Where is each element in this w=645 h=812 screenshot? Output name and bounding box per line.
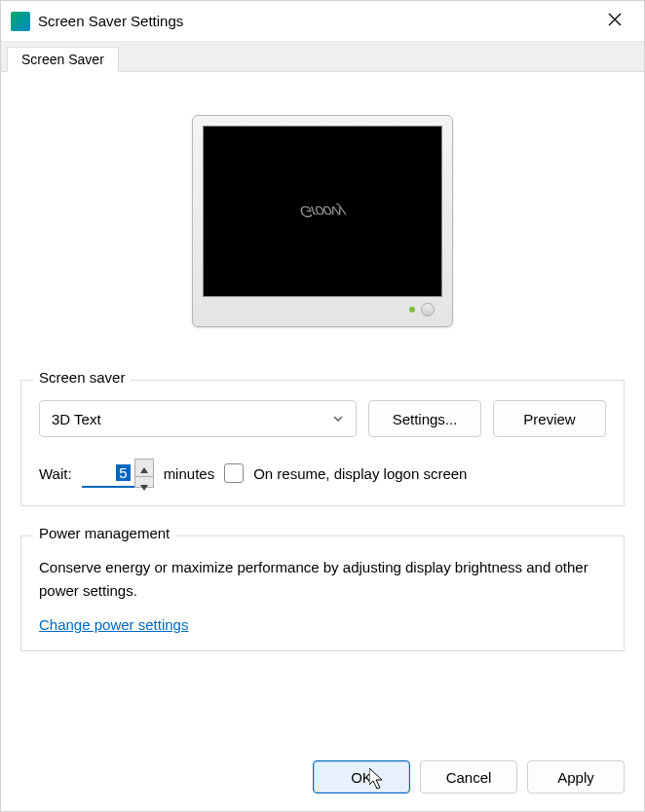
wait-unit: minutes <box>164 465 215 482</box>
spinner-down-button[interactable] <box>135 477 153 494</box>
caret-up-icon <box>140 460 148 476</box>
app-icon <box>11 12 30 31</box>
window-title: Screen Saver Settings <box>38 13 593 29</box>
change-power-settings-link[interactable]: Change power settings <box>39 616 188 633</box>
close-button[interactable] <box>593 6 636 37</box>
wait-value-display[interactable]: 5 <box>82 459 134 488</box>
preview-text: Groovy <box>299 203 346 220</box>
monitor-base <box>203 297 442 322</box>
screensaver-legend: Screen saver <box>33 369 131 386</box>
ok-button[interactable]: OK <box>313 760 410 794</box>
svg-marker-2 <box>140 467 148 473</box>
svg-marker-3 <box>140 485 148 491</box>
power-description: Conserve energy or maximize performance … <box>39 556 606 603</box>
resume-checkbox[interactable] <box>224 463 244 483</box>
caret-down-icon <box>140 477 148 494</box>
screensaver-group: Screen saver 3D Text Settings... Preview… <box>20 380 625 506</box>
screen-saver-settings-window: Screen Saver Settings Screen Saver Groov… <box>0 0 645 812</box>
wait-spinner[interactable]: 5 <box>82 459 154 488</box>
tab-content: Groovy Screen saver 3D Text Settings... … <box>1 72 644 745</box>
wait-label: Wait: <box>39 465 72 482</box>
preview-button[interactable]: Preview <box>493 400 606 437</box>
titlebar: Screen Saver Settings <box>1 1 644 42</box>
screensaver-select[interactable]: 3D Text <box>39 400 357 437</box>
preview-screen: Groovy <box>203 126 442 297</box>
chevron-down-icon <box>332 411 344 427</box>
spinner-up-button[interactable] <box>135 460 153 477</box>
power-group: Power management Conserve energy or maxi… <box>20 535 625 651</box>
resume-label: On resume, display logon screen <box>253 465 467 482</box>
preview-area: Groovy <box>20 90 625 345</box>
screensaver-selected-value: 3D Text <box>52 411 101 427</box>
close-icon <box>608 13 622 29</box>
power-legend: Power management <box>33 525 175 541</box>
settings-button[interactable]: Settings... <box>368 400 481 437</box>
monitor-power-icon <box>421 303 435 316</box>
cancel-button[interactable]: Cancel <box>420 760 517 794</box>
wait-value: 5 <box>116 464 130 481</box>
monitor-led-icon <box>409 307 415 313</box>
apply-button[interactable]: Apply <box>527 760 625 794</box>
tab-screen-saver[interactable]: Screen Saver <box>7 47 119 72</box>
tabstrip: Screen Saver <box>1 42 644 72</box>
monitor-preview: Groovy <box>192 115 453 327</box>
dialog-footer: OK Cancel Apply <box>1 745 644 811</box>
spinner-buttons <box>134 459 154 488</box>
